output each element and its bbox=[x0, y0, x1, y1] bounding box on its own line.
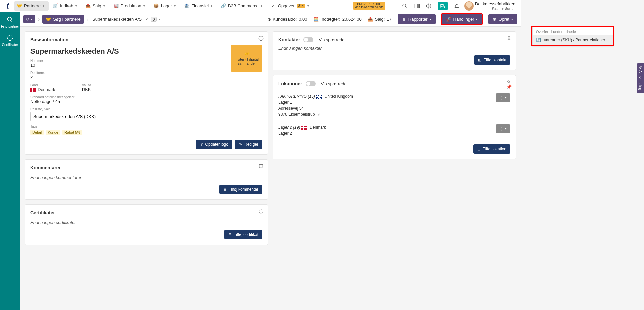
add-contact-button[interactable]: ⊞ Tilføj kontakt bbox=[474, 55, 510, 65]
kpi-balance: $ Kundesaldo: 0,00 bbox=[268, 17, 307, 22]
secondary-bar: ↺ ▾ › 🤝 Søg i partnere › Supermarkedskæd… bbox=[20, 12, 521, 27]
nav-finance[interactable]: 🏦 Finansiel ▾ bbox=[181, 1, 217, 11]
dropdown-header: Overfør til underordnede bbox=[533, 27, 613, 35]
create-button[interactable]: ⊕ Opret ▾ bbox=[488, 14, 517, 24]
nav-tasks[interactable]: ✓ Opgaver 314 ▾ bbox=[268, 1, 314, 11]
nav-b2b[interactable]: 🔗 B2B Commerce ▾ bbox=[218, 1, 267, 11]
barcode-icon[interactable] bbox=[414, 3, 420, 9]
app-logo[interactable]: t bbox=[3, 1, 13, 11]
update-logo-button[interactable]: ⇪ Opdatér logo bbox=[196, 140, 232, 149]
kpi-value: 0,00 bbox=[299, 17, 307, 22]
rocket-icon: 🚀 bbox=[446, 17, 451, 22]
invite-button[interactable]: 🤝 Invitér til digital samhandel bbox=[231, 45, 262, 72]
nav-purchase[interactable]: 🛒 Indkøb ▾ bbox=[50, 1, 81, 11]
certificate-icon[interactable] bbox=[258, 209, 264, 214]
bell-icon[interactable] bbox=[454, 3, 460, 9]
empty-text: Endnu ingen certifikater bbox=[30, 220, 262, 225]
debtor-value: 2 bbox=[30, 75, 262, 80]
tag[interactable]: Rabat 5% bbox=[62, 130, 82, 135]
handshake-icon: 🤝 bbox=[244, 52, 249, 56]
actions-button[interactable]: 🚀 Handlinger ▾ bbox=[442, 14, 482, 24]
rail-find-partner[interactable]: Find partner bbox=[1, 16, 19, 28]
kpi-value: 17 bbox=[387, 17, 391, 22]
activity-label: Aktivitetslog bbox=[638, 70, 642, 90]
activity-log-tab[interactable]: ↻ Aktivitetslog bbox=[637, 63, 644, 93]
location-title: Lager 2 (19) bbox=[278, 125, 300, 130]
location-name: Lager 1 bbox=[278, 100, 292, 105]
pin-icon[interactable]: 📌 bbox=[506, 80, 512, 89]
svg-point-16 bbox=[259, 209, 263, 213]
star-icon[interactable]: ☆ bbox=[317, 112, 321, 117]
search-partners-crumb[interactable]: 🤝 Søg i partnere bbox=[42, 15, 84, 24]
history-button[interactable]: ↺ ▾ bbox=[23, 15, 35, 23]
nav-sales[interactable]: 📤 Salg ▾ bbox=[83, 1, 109, 11]
avatar[interactable] bbox=[464, 1, 474, 11]
location-menu-button[interactable]: ⋮ ▾ bbox=[496, 93, 510, 102]
stamp-icon: 📤 bbox=[368, 17, 373, 22]
svg-line-1 bbox=[405, 7, 407, 8]
dropdown-item-label: Varearter (SKU) / Partnerrelationer bbox=[544, 38, 605, 42]
svg-point-17 bbox=[508, 37, 510, 38]
chevron-down-icon: ▾ bbox=[43, 4, 46, 8]
rail-label: Find partner bbox=[1, 25, 19, 28]
search-icon[interactable] bbox=[402, 3, 408, 9]
clock-icon: ↻ bbox=[638, 66, 643, 69]
chevron-down-icon: ▾ bbox=[103, 4, 107, 8]
add-certificate-button[interactable]: ⊞ Tilføj certifikat bbox=[224, 230, 262, 239]
chevron-down-icon[interactable]: ▾ bbox=[159, 17, 162, 21]
nav-production[interactable]: 🏭 Produktion ▾ bbox=[111, 1, 149, 11]
company-user-box[interactable]: Delikatessefabrikken Katrine Søn ... bbox=[475, 1, 518, 10]
dropdown-item-sku[interactable]: 🔄 Varearter (SKU) / Partnerrelationer bbox=[533, 35, 613, 45]
btn-label: Opret bbox=[498, 17, 509, 22]
chevron-down-icon: ▾ bbox=[307, 4, 311, 8]
comment-icon[interactable] bbox=[258, 164, 264, 169]
globe-icon[interactable] bbox=[426, 3, 432, 9]
reports-button[interactable]: 🗎 Rapporter ▾ bbox=[398, 14, 436, 24]
company-name: Delikatessefabrikken bbox=[475, 1, 515, 6]
rail-label: Certifikater bbox=[2, 43, 18, 47]
add-comment-button[interactable]: ⊞ Tilføj kommentar bbox=[219, 185, 262, 194]
chevron-down-icon: ▾ bbox=[211, 4, 214, 8]
check-icon: ✓ bbox=[145, 17, 149, 22]
nav-label: Finansiel bbox=[191, 3, 209, 8]
blocked-toggle[interactable] bbox=[306, 81, 316, 86]
nav-label: Salg bbox=[93, 3, 101, 8]
pricelist-input[interactable] bbox=[30, 112, 145, 121]
rail-certificates[interactable]: Certifikater bbox=[2, 34, 18, 47]
certificates-card: Certifikater Endnu ingen certifikater ⊞ … bbox=[25, 204, 268, 245]
pencil-icon: ✎ bbox=[239, 142, 242, 147]
count-chip: 0 bbox=[151, 17, 157, 22]
partner-name-crumb[interactable]: Supermarkedskæden A/S bbox=[91, 15, 143, 24]
nav-label: B2B Commerce bbox=[228, 3, 259, 8]
svg-rect-3 bbox=[415, 4, 415, 8]
chat-icon[interactable] bbox=[438, 2, 448, 10]
caret-down-icon: ▾ bbox=[511, 18, 513, 21]
tag[interactable]: Kunde bbox=[46, 130, 60, 135]
location-country: United Kingdom bbox=[324, 94, 353, 99]
nav-warehouse[interactable]: 📦 Lager ▾ bbox=[151, 1, 180, 11]
empty-text: Endnu ingen kommentarer bbox=[30, 175, 262, 180]
handshake-icon: 🤝 bbox=[17, 3, 22, 9]
country-value: Denmark bbox=[30, 87, 55, 92]
person-icon[interactable] bbox=[506, 36, 512, 41]
edit-button[interactable]: ✎ Redigér bbox=[235, 140, 262, 149]
svg-line-11 bbox=[11, 21, 12, 22]
location-menu-button[interactable]: ⋮ ▾ bbox=[496, 124, 510, 133]
nav-partners[interactable]: 🤝 Partnere ▾ bbox=[14, 1, 49, 11]
crumb-label: Søg i partnere bbox=[53, 17, 80, 22]
svg-point-0 bbox=[403, 4, 406, 7]
nav-label: Produktion bbox=[121, 3, 141, 8]
flag-dk-icon bbox=[30, 88, 36, 92]
contacts-card: Kontakter Vis spærrede Endnu ingen konta… bbox=[273, 31, 516, 70]
comments-card: Kommentarer Endnu ingen kommentarer ⊞ Ti… bbox=[25, 159, 268, 200]
blocked-toggle[interactable] bbox=[303, 37, 313, 42]
plus-icon[interactable]: ＋ bbox=[390, 3, 396, 9]
kpi-group: $ Kundesaldo: 0,00 🧮 Indtægter: 20.624,0… bbox=[268, 14, 517, 24]
actions-dropdown: Overfør til underordnede 🔄 Varearter (SK… bbox=[532, 27, 613, 45]
trial-badge[interactable]: PRØVEPERIODE 615 DAGE TILBAGE bbox=[353, 2, 385, 10]
add-location-button[interactable]: ⊞ Tilføj lokation bbox=[473, 144, 510, 154]
info-icon[interactable] bbox=[258, 36, 264, 41]
svg-rect-6 bbox=[417, 4, 418, 8]
tag[interactable]: Detail bbox=[30, 130, 44, 135]
dollar-icon: $ bbox=[268, 17, 271, 22]
